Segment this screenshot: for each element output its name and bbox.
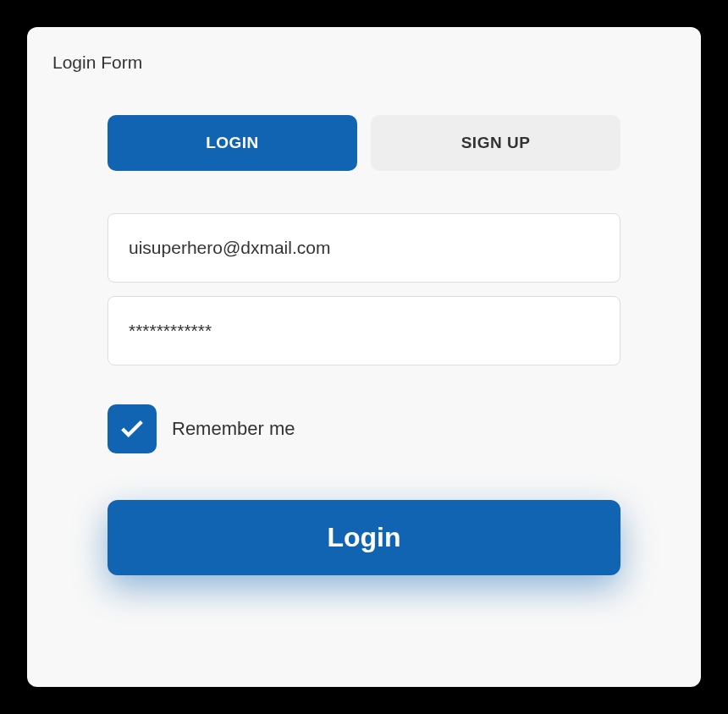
tabs: LOGIN SIGN UP [108,115,620,171]
email-field[interactable] [108,213,620,283]
check-icon [118,415,146,443]
remember-me-label: Remember me [172,418,295,440]
remember-me-row: Remember me [108,404,620,453]
password-field[interactable] [108,296,620,365]
tab-signup[interactable]: SIGN UP [371,115,620,171]
form-container: LOGIN SIGN UP Remember me Login [52,115,676,575]
remember-me-checkbox[interactable] [108,404,157,453]
tab-login[interactable]: LOGIN [108,115,357,171]
card-title: Login Form [52,52,676,73]
login-button[interactable]: Login [108,500,620,575]
login-card: Login Form LOGIN SIGN UP Remember me Log… [27,27,701,687]
